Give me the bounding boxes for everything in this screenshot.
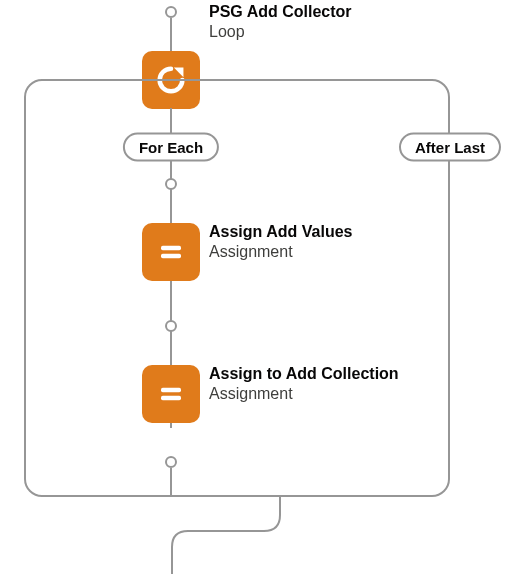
assignment-node-2-title: Assign to Add Collection [209, 364, 399, 384]
branch-afterlast-chip[interactable]: After Last [399, 133, 501, 162]
connector-line [170, 18, 172, 54]
assignment-node-2-label: Assign to Add Collection Assignment [209, 364, 399, 404]
connector-dot [165, 456, 177, 468]
svg-rect-0 [161, 246, 181, 251]
connector-dot [165, 178, 177, 190]
loop-node-title: PSG Add Collector [209, 2, 352, 22]
assignment-node-1-subtitle: Assignment [209, 242, 352, 262]
flow-canvas: PSG Add Collector Loop For Each After La… [0, 0, 522, 574]
equals-icon [156, 237, 186, 267]
connector-line [170, 468, 172, 496]
loop-node-subtitle: Loop [209, 22, 352, 42]
svg-rect-1 [161, 254, 181, 259]
svg-rect-3 [161, 396, 181, 401]
equals-icon [156, 379, 186, 409]
loop-node-label: PSG Add Collector Loop [209, 2, 352, 42]
assignment-node-1-title: Assign Add Values [209, 222, 352, 242]
exit-connector [170, 497, 300, 574]
loop-container [24, 79, 450, 497]
connector-dot [165, 6, 177, 18]
assignment-node-2-subtitle: Assignment [209, 384, 399, 404]
branch-foreach-chip[interactable]: For Each [123, 133, 219, 162]
assignment-node-1-label: Assign Add Values Assignment [209, 222, 352, 262]
connector-dot [165, 320, 177, 332]
assignment-node-1[interactable] [142, 223, 200, 281]
svg-rect-2 [161, 388, 181, 393]
assignment-node-2[interactable] [142, 365, 200, 423]
